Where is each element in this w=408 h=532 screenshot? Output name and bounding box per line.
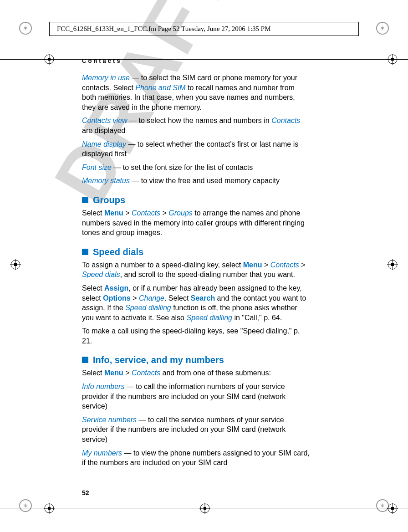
- text: To make a call using the speed-dialing k…: [82, 327, 300, 345]
- info-numbers-label: Info numbers: [82, 383, 124, 390]
- crop-mark: [44, 503, 55, 514]
- corner-icon-top-right: ✶: [376, 22, 389, 35]
- page-content: Memory in use — to select the SIM card o…: [82, 73, 310, 471]
- memory-status-label: Memory status: [82, 177, 130, 184]
- font-size-para: Font size — to set the font size for the…: [82, 163, 310, 173]
- speed-dialling-label: Speed dialling: [125, 304, 171, 312]
- speed-dials-para2: Select Assign, or if a number has alread…: [82, 283, 310, 322]
- page-number: 52: [82, 489, 89, 496]
- square-bullet-icon: [82, 357, 88, 363]
- name-display-label: Name display: [82, 140, 126, 148]
- crop-mark-side: [10, 259, 21, 270]
- groups-heading: Groups: [82, 194, 310, 206]
- document-header-text: FCC_6126H_6133H_en_1_FCC.fm Page 52 Tues…: [57, 25, 270, 32]
- memory-in-use-label: Memory in use: [82, 74, 130, 82]
- info-numbers-para: Info numbers — to call the information n…: [82, 382, 310, 411]
- svg-rect-19: [14, 263, 17, 266]
- contacts-view-label: Contacts view: [82, 117, 128, 124]
- text: >: [299, 261, 306, 269]
- speed-dials-para1: To assign a number to a speed-dialing ke…: [82, 260, 310, 280]
- text: To assign a number to a speed-dialing ke…: [82, 261, 243, 269]
- text: >: [123, 369, 132, 377]
- contacts-label: Contacts: [132, 209, 160, 217]
- contacts-view-para: Contacts view — to select how the names …: [82, 116, 310, 135]
- menu-label: Menu: [243, 261, 262, 269]
- top-rule: [0, 59, 408, 60]
- name-display-para: Name display — to select whether the con…: [82, 139, 310, 159]
- document-header-box: FCC_6126H_6133H_en_1_FCC.fm Page 52 Tues…: [49, 22, 359, 36]
- my-numbers-label: My numbers: [82, 449, 122, 457]
- square-bullet-icon: [82, 197, 88, 203]
- search-label: Search: [191, 294, 215, 302]
- contacts-label: Contacts: [270, 261, 299, 269]
- menu-label: Menu: [104, 209, 123, 217]
- svg-rect-23: [391, 263, 394, 266]
- service-numbers-para: Service numbers — to call the service nu…: [82, 415, 310, 445]
- text: >: [123, 209, 132, 217]
- contacts-label: Contacts: [132, 369, 160, 377]
- groups-para: Select Menu > Contacts > Groups to arran…: [82, 208, 310, 238]
- crop-mark: [387, 503, 398, 514]
- speed-dials-heading: Speed dials: [82, 246, 310, 258]
- section-header: Contacts: [82, 57, 122, 64]
- square-bullet-icon: [82, 249, 88, 255]
- bottom-rule: [0, 508, 408, 508]
- text: Select: [82, 369, 104, 377]
- font-size-label: Font size: [82, 164, 112, 171]
- text: — to set the font size for the list of c…: [112, 164, 253, 171]
- speed-dialling-label: Speed dialling: [186, 314, 232, 322]
- text: in "Call," p. 64.: [232, 314, 282, 322]
- memory-in-use-para: Memory in use — to select the SIM card o…: [82, 73, 310, 112]
- memory-status-para: Memory status — to view the free and use…: [82, 176, 310, 186]
- text: Select: [82, 209, 104, 217]
- svg-rect-11: [48, 507, 51, 510]
- text: >: [262, 261, 270, 269]
- text: >: [160, 209, 168, 217]
- groups-label: Groups: [168, 209, 192, 217]
- corner-icon-bottom-left: ✶: [19, 499, 32, 512]
- text: — to select how the names and numbers in: [128, 117, 272, 124]
- info-heading: Info, service, and my numbers: [82, 354, 310, 366]
- menu-label: Menu: [104, 369, 123, 377]
- text: and from one of these submenus:: [160, 369, 271, 377]
- heading-text: Info, service, and my numbers: [93, 355, 224, 365]
- contacts-label: Contacts: [271, 117, 300, 124]
- text: are displayed: [82, 127, 125, 134]
- text: Select: [82, 284, 104, 292]
- svg-rect-27: [204, 507, 206, 510]
- speed-dials-label: Speed dials: [82, 271, 120, 278]
- corner-icon-top-left: ✶: [19, 22, 32, 35]
- text: — to view the free and used memory capac…: [130, 177, 280, 184]
- text: , and scroll to the speed-dialing number…: [120, 271, 295, 278]
- crop-mark-bottom-center: [199, 503, 210, 514]
- phone-and-sim-label: Phone and SIM: [135, 84, 185, 92]
- my-numbers-para: My numbers — to view the phone numbers a…: [82, 448, 310, 468]
- info-para1: Select Menu > Contacts and from one of t…: [82, 368, 310, 378]
- svg-rect-15: [391, 507, 394, 510]
- change-label: Change: [139, 294, 164, 302]
- heading-text: Groups: [93, 195, 125, 205]
- crop-mark-side: [387, 259, 398, 270]
- text: >: [131, 294, 139, 302]
- options-label: Options: [103, 294, 130, 302]
- service-numbers-label: Service numbers: [82, 416, 137, 424]
- text: . Select: [164, 294, 191, 302]
- speed-dials-para3: To make a call using the speed-dialing k…: [82, 326, 310, 346]
- heading-text: Speed dials: [93, 247, 143, 257]
- assign-label: Assign: [104, 284, 128, 292]
